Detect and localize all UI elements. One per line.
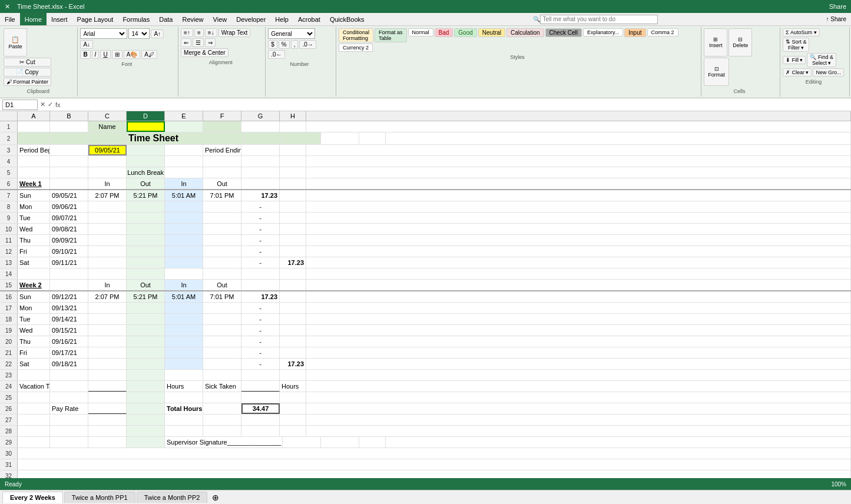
cell-g29[interactable] xyxy=(321,437,359,447)
style-input[interactable]: Input xyxy=(624,28,645,37)
cell-e1[interactable] xyxy=(165,121,203,132)
cell-a25[interactable] xyxy=(18,392,50,403)
cell-f21[interactable] xyxy=(203,347,241,358)
cell-e21[interactable] xyxy=(165,347,203,358)
style-format-table[interactable]: Format asTable xyxy=(375,28,407,42)
cell-a2[interactable] xyxy=(18,132,50,144)
cell-h4[interactable] xyxy=(280,156,306,167)
cell-g24[interactable] xyxy=(241,381,280,392)
increase-decimal-button[interactable]: .0→ xyxy=(299,40,316,49)
cell-f14[interactable] xyxy=(203,268,241,279)
cell-g12[interactable]: - xyxy=(241,246,280,257)
cell-h26[interactable] xyxy=(280,403,306,414)
cell-b9[interactable]: 09/07/21 xyxy=(50,213,88,223)
cell-h16[interactable] xyxy=(280,291,306,302)
cell-g3[interactable] xyxy=(241,145,280,155)
merge-center-button[interactable]: Merge & Center xyxy=(181,48,229,57)
cell-b28[interactable] xyxy=(50,426,88,436)
comma-button[interactable]: , xyxy=(291,40,299,49)
number-format-select[interactable]: General xyxy=(268,28,315,39)
cell-d29[interactable] xyxy=(127,437,165,447)
cell-d6[interactable]: Out xyxy=(127,178,165,189)
cell-e11[interactable] xyxy=(165,235,203,246)
cell-b5[interactable] xyxy=(50,167,88,178)
cell-f15[interactable]: Out xyxy=(203,280,241,290)
cell-c24[interactable] xyxy=(88,381,127,392)
cell-e2[interactable] xyxy=(244,132,283,144)
function-button[interactable]: fx xyxy=(55,101,61,108)
cell-b6[interactable] xyxy=(50,178,88,189)
cell-g16[interactable]: 17.23 xyxy=(241,291,280,302)
cell-g25[interactable] xyxy=(241,392,280,403)
style-normal[interactable]: Normal xyxy=(408,28,433,37)
cell-h2[interactable] xyxy=(359,132,386,144)
cell-a3[interactable]: Period Beginning xyxy=(18,145,50,155)
cell-d13[interactable] xyxy=(127,257,165,268)
cell-h28[interactable] xyxy=(280,426,306,436)
cell-d23[interactable] xyxy=(127,370,165,380)
font-size-select[interactable]: 14 xyxy=(128,28,150,39)
cell-d19[interactable] xyxy=(127,325,165,336)
cell-a28[interactable] xyxy=(18,426,50,436)
cell-h11[interactable] xyxy=(280,235,306,246)
sort-filter-button[interactable]: ⇅ Sort &Filter ▾ xyxy=(783,38,810,52)
cell-reference-input[interactable] xyxy=(2,100,38,110)
cell-e16[interactable]: 5:01 AM xyxy=(165,291,203,302)
cell-d17[interactable] xyxy=(127,303,165,313)
col-header-d[interactable]: D xyxy=(127,111,165,121)
cell-f26[interactable] xyxy=(203,403,241,414)
cell-b19[interactable]: 09/15/21 xyxy=(50,325,88,336)
cell-f10[interactable] xyxy=(203,224,241,234)
menu-insert[interactable]: Insert xyxy=(47,13,72,25)
cell-e25[interactable] xyxy=(165,392,203,403)
cell-d18[interactable] xyxy=(127,314,165,324)
cell-a18[interactable]: Tue xyxy=(18,314,50,324)
cell-c5[interactable] xyxy=(88,167,127,178)
cell-d5[interactable]: Lunch Break xyxy=(127,167,165,178)
bold-button[interactable]: B xyxy=(80,50,90,59)
cell-b22[interactable]: 09/18/21 xyxy=(50,359,88,369)
cell-e29[interactable]: Supervisor Signature_______________ xyxy=(165,437,283,447)
new-group-button[interactable]: New Gro... xyxy=(813,68,844,77)
cell-g9[interactable]: - xyxy=(241,213,280,223)
cell-d20[interactable] xyxy=(127,336,165,347)
cell-a20[interactable]: Thu xyxy=(18,336,50,347)
cell-a15[interactable]: Week 2 xyxy=(18,280,50,290)
cell-f19[interactable] xyxy=(203,325,241,336)
cell-a10[interactable]: Wed xyxy=(18,224,50,234)
cell-f20[interactable] xyxy=(203,336,241,347)
style-good[interactable]: Good xyxy=(454,28,476,37)
menu-acrobat[interactable]: Acrobat xyxy=(293,13,325,25)
cell-h20[interactable] xyxy=(280,336,306,347)
cell-c6[interactable]: In xyxy=(88,178,127,189)
cell-b20[interactable]: 09/16/21 xyxy=(50,336,88,347)
cell-c12[interactable] xyxy=(88,246,127,257)
cell-d10[interactable] xyxy=(127,224,165,234)
menu-file[interactable]: File xyxy=(0,13,20,25)
cell-c22[interactable] xyxy=(88,359,127,369)
cell-c11[interactable] xyxy=(88,235,127,246)
cell-f11[interactable] xyxy=(203,235,241,246)
cell-f29[interactable] xyxy=(283,437,321,447)
cell-g19[interactable]: - xyxy=(241,325,280,336)
cell-f4[interactable] xyxy=(203,156,241,167)
cell-c27[interactable] xyxy=(88,415,127,425)
cell-b14[interactable] xyxy=(50,268,88,279)
col-header-g[interactable]: G xyxy=(241,111,280,121)
cell-f23[interactable] xyxy=(203,370,241,380)
cell-a23[interactable] xyxy=(18,370,50,380)
cell-e6[interactable]: In xyxy=(165,178,203,189)
cell-g23[interactable] xyxy=(241,370,280,380)
cell-b27[interactable] xyxy=(50,415,88,425)
cell-h18[interactable] xyxy=(280,314,306,324)
cell-h13[interactable]: 17.23 xyxy=(280,257,306,268)
cell-g10[interactable]: - xyxy=(241,224,280,234)
cell-g6[interactable] xyxy=(241,178,280,189)
cell-d2[interactable]: Time Sheet xyxy=(127,132,244,144)
cell-f17[interactable] xyxy=(203,303,241,313)
share-icon[interactable]: ↑ Share xyxy=(822,16,851,22)
cell-h19[interactable] xyxy=(280,325,306,336)
autosum-button[interactable]: Σ AutoSum ▾ xyxy=(783,28,820,37)
cell-f3[interactable]: Period Ending 09/18/21 xyxy=(203,145,241,155)
font-color-button[interactable]: A🖊 xyxy=(141,50,157,59)
